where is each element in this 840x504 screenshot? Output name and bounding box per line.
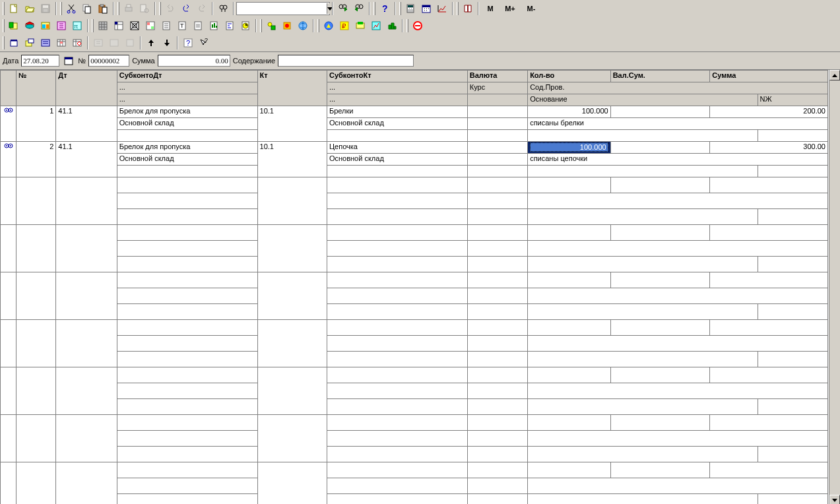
row-marker[interactable] [1, 106, 16, 142]
cell-kurs[interactable] [467, 118, 527, 130]
cell-sod[interactable]: списаны цепочки [528, 154, 828, 166]
tb-9[interactable] [143, 18, 158, 34]
cell-val3[interactable] [467, 447, 527, 462]
m-minus-button[interactable]: M- [521, 1, 542, 16]
cell-subkt1[interactable] [327, 272, 467, 288]
tb-16[interactable] [263, 18, 279, 34]
find-next-button[interactable] [335, 1, 351, 16]
tb-7[interactable] [111, 18, 127, 34]
cell-dt[interactable] [56, 225, 117, 272]
row-marker[interactable] [1, 320, 16, 367]
row-marker[interactable] [1, 462, 16, 505]
cell-osn[interactable] [528, 304, 758, 320]
rates-button[interactable] [434, 1, 450, 16]
cell-sod[interactable]: списаны брелки [528, 118, 828, 130]
cell-nzh[interactable] [758, 399, 828, 415]
cell-num[interactable] [16, 415, 56, 462]
cell-subdt2[interactable] [117, 431, 257, 447]
cell-kt[interactable] [257, 367, 327, 415]
refs-button[interactable] [53, 18, 69, 34]
col-qty[interactable]: Кол-во [528, 71, 610, 82]
scroll-up-button[interactable] [829, 70, 840, 80]
cell-qty[interactable] [528, 177, 610, 193]
col-sod[interactable]: Сод.Пров. [528, 82, 828, 94]
cell-val[interactable] [467, 462, 527, 478]
find-button[interactable] [215, 1, 231, 16]
open-button[interactable] [22, 1, 38, 16]
date-picker-button[interactable] [62, 54, 75, 67]
tb-21[interactable] [352, 18, 368, 34]
cell-sum[interactable] [710, 272, 828, 288]
cell-subkt2[interactable] [327, 241, 467, 257]
cell-sum[interactable]: 200.00 [710, 106, 828, 118]
cell-num[interactable] [16, 462, 56, 505]
cell-qty[interactable]: 100.000 [528, 142, 610, 154]
tb-17[interactable] [279, 18, 295, 34]
sum-input[interactable] [158, 55, 230, 67]
cell-val3[interactable] [467, 130, 527, 142]
toolbar-grip[interactable] [457, 2, 459, 15]
tb3-4[interactable] [53, 35, 69, 51]
row-marker[interactable] [1, 225, 16, 272]
cell-subkt3[interactable] [327, 447, 467, 462]
calendar-button[interactable] [418, 1, 434, 16]
cell-subdt2[interactable] [117, 193, 257, 209]
cell-kt[interactable]: 10.1 [257, 142, 327, 177]
tb-18[interactable] [295, 18, 311, 34]
cell-sod[interactable] [528, 241, 828, 257]
cell-subdt3[interactable] [117, 494, 257, 505]
cell-nzh[interactable] [758, 209, 828, 225]
cell-subkt2[interactable]: Основной склад [327, 118, 467, 130]
cell-kurs[interactable] [467, 154, 527, 166]
cell-osn[interactable] [528, 257, 758, 272]
cell-subkt2[interactable] [327, 383, 467, 399]
row-marker[interactable] [1, 272, 16, 320]
tb3-5[interactable] [69, 35, 85, 51]
cell-subkt3[interactable] [327, 399, 467, 415]
tb-13[interactable] [206, 18, 222, 34]
row-marker[interactable] [1, 367, 16, 415]
col-osn[interactable]: Основание [528, 94, 758, 106]
cell-subdt3[interactable] [117, 257, 257, 272]
cell-subkt3[interactable] [327, 304, 467, 320]
cell-kurs[interactable] [467, 478, 527, 494]
cell-val3[interactable] [467, 399, 527, 415]
cell-qty[interactable]: 100.000 [528, 106, 610, 118]
scroll-down-button[interactable] [829, 495, 840, 504]
cell-val3[interactable] [467, 166, 527, 177]
tb-22[interactable] [368, 18, 384, 34]
tb3-2[interactable] [22, 35, 38, 51]
cell-sod[interactable] [528, 336, 828, 352]
cell-subkt1[interactable] [327, 177, 467, 193]
cell-subdt1[interactable] [117, 272, 257, 288]
stop-button[interactable] [410, 18, 426, 34]
tb-15[interactable] [238, 18, 253, 34]
tb-19[interactable] [321, 18, 337, 34]
cell-val[interactable] [467, 142, 527, 154]
move-up-button[interactable] [143, 35, 159, 51]
cell-val[interactable] [467, 272, 527, 288]
cell-sod[interactable] [528, 431, 828, 447]
cell-subdt3[interactable] [117, 352, 257, 367]
date-input[interactable] [21, 55, 59, 67]
cell-subdt1[interactable] [117, 367, 257, 383]
cell-qty[interactable] [528, 225, 610, 241]
cell-subdt3[interactable] [117, 166, 257, 177]
cell-osn[interactable] [528, 130, 758, 142]
toolbar-grip[interactable] [3, 36, 5, 49]
toolbar-grip[interactable] [3, 19, 5, 32]
vertical-scrollbar[interactable] [829, 70, 840, 504]
cell-osn[interactable] [528, 352, 758, 367]
cell-dt[interactable]: 41.1 [56, 106, 117, 142]
cell-num[interactable] [16, 320, 56, 367]
journal-entries-button[interactable] [22, 18, 38, 34]
cell-subkt2[interactable] [327, 336, 467, 352]
cell-qty[interactable] [528, 415, 610, 431]
cell-subdt2[interactable] [117, 288, 257, 304]
cell-sum[interactable] [710, 462, 828, 478]
paste-button[interactable] [95, 1, 111, 16]
cell-kurs[interactable] [467, 336, 527, 352]
cell-kurs[interactable] [467, 193, 527, 209]
cell-valsum[interactable] [610, 142, 710, 154]
cell-subdt3[interactable] [117, 209, 257, 225]
